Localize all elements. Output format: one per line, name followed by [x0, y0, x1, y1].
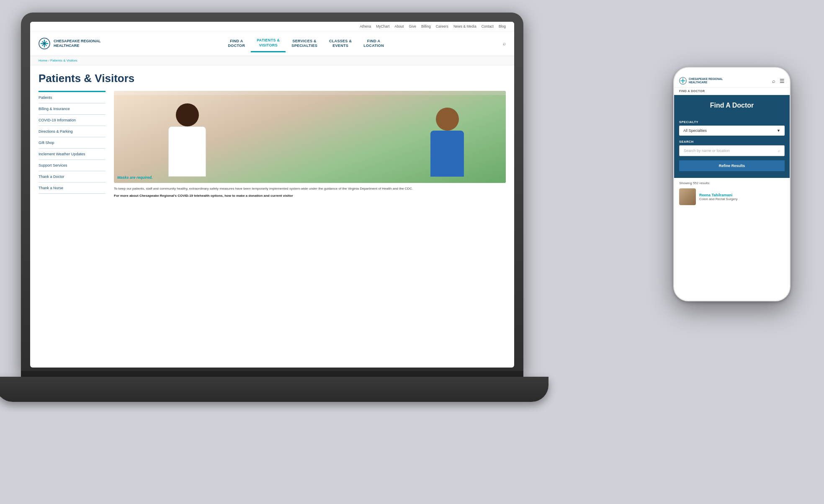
- website: Athena MyChart About Give Billing Career…: [30, 22, 514, 368]
- logo: CHESAPEAKE REGIONAL HEALTHCARE: [39, 38, 101, 49]
- sidebar-item-support[interactable]: Support Services: [39, 160, 106, 171]
- top-link-contact[interactable]: Contact: [482, 24, 494, 28]
- phone-results-count: Showing 552 results:: [679, 181, 785, 185]
- top-link-careers[interactable]: Careers: [436, 24, 448, 28]
- top-link-billing[interactable]: Billing: [421, 24, 431, 28]
- top-link-news-media[interactable]: News & Media: [453, 24, 476, 28]
- breadcrumb: Home / Patients & Visitors: [30, 56, 514, 65]
- top-link-athena[interactable]: Athena: [360, 24, 371, 28]
- sidebar-item-thank-doctor[interactable]: Thank a Doctor: [39, 171, 106, 183]
- phone-search-magnifier: ⌕: [778, 149, 780, 153]
- phone-specialty-label: SPECIALTY: [679, 120, 785, 124]
- phone-content: CHESAPEAKE REGIONAL HEALTHCARE ⌕ ☰ FIND …: [674, 68, 790, 301]
- top-link-blog[interactable]: Blog: [499, 24, 506, 28]
- mobile-phone: CHESAPEAKE REGIONAL HEALTHCARE ⌕ ☰ FIND …: [673, 67, 791, 301]
- phone-doctor-info: Reena Tahilramani Colon and Rectal Surge…: [699, 193, 738, 201]
- phone-search-label: SEARCH: [679, 140, 785, 144]
- phone-find-doctor-title: Find A Doctor: [674, 95, 790, 116]
- sidebar-item-thank-nurse[interactable]: Thank a Nurse: [39, 183, 106, 194]
- nav-patients-visitors[interactable]: PATIENTS &VISITORS: [251, 35, 286, 52]
- sidebar-item-directions[interactable]: Directions & Parking: [39, 126, 106, 137]
- hero-image: Masks are required.: [114, 91, 506, 183]
- top-link-about[interactable]: About: [394, 24, 404, 28]
- breadcrumb-current[interactable]: Patients & Visitors: [50, 59, 77, 62]
- nav-items: FIND ADOCTOR PATIENTS &VISITORS SERVICES…: [113, 35, 499, 52]
- scene: Athena MyChart About Give Billing Career…: [0, 0, 824, 504]
- sidebar-item-covid[interactable]: COVID-19 Information: [39, 115, 106, 126]
- breadcrumb-home[interactable]: Home: [39, 59, 47, 62]
- hero-scene: [114, 91, 506, 183]
- body-text-1: To keep our patients, staff and communit…: [114, 186, 506, 191]
- nav-find-location[interactable]: FIND ALOCATION: [358, 36, 390, 52]
- laptop-base: [0, 377, 548, 402]
- sidebar-item-weather[interactable]: Inclement Weather Updates: [39, 149, 106, 160]
- laptop: Athena MyChart About Give Billing Career…: [21, 13, 523, 473]
- nav-find-doctor[interactable]: FIND ADOCTOR: [222, 36, 251, 52]
- sidebar-item-billing[interactable]: Billing & Insurance: [39, 103, 106, 115]
- phone-doctor-name: Reena Tahilramani: [699, 193, 738, 197]
- phone-logo-icon: [679, 77, 687, 85]
- phone-doctor-specialty: Colon and Rectal Surgery: [699, 197, 738, 201]
- logo-icon: [39, 38, 50, 49]
- sidebar-item-patients[interactable]: Patients: [39, 91, 106, 103]
- main-area: Masks are required. To keep our patients…: [114, 91, 506, 198]
- main-navigation: CHESAPEAKE REGIONAL HEALTHCARE FIND ADOC…: [30, 31, 514, 56]
- phone-specialty-value: All Specialties: [683, 129, 707, 133]
- search-icon[interactable]: ⌕: [503, 41, 506, 46]
- phone-search-box[interactable]: Search by name or location ⌕: [679, 145, 785, 156]
- phone-find-doctor-form: SPECIALTY All Specialties ▼ SEARCH Searc…: [674, 116, 790, 178]
- phone-search-placeholder: Search by name or location: [684, 149, 730, 153]
- top-utility-bar: Athena MyChart About Give Billing Career…: [30, 22, 514, 31]
- content-layout: Patients Billing & Insurance COVID-19 In…: [39, 91, 506, 198]
- nav-services-specialties[interactable]: SERVICES &SPECIALTIES: [286, 36, 323, 52]
- phone-specialty-select[interactable]: All Specialties ▼: [679, 126, 785, 136]
- phone-menu-icon[interactable]: ☰: [780, 78, 785, 84]
- phone-results-area: Showing 552 results: Reena Tahilramani C…: [674, 178, 790, 301]
- top-link-give[interactable]: Give: [409, 24, 416, 28]
- phone-logo-text: CHESAPEAKE REGIONAL HEALTHCARE: [689, 77, 723, 84]
- sidebar-item-giftshop[interactable]: Gift Shop: [39, 137, 106, 149]
- masks-required-text: Masks are required.: [117, 175, 153, 180]
- body-text-2: For more about Chesapeake Regional's COV…: [114, 193, 506, 198]
- page-title: Patients & Visitors: [39, 72, 506, 85]
- page-content: Patients & Visitors Patients Billing & I…: [30, 65, 514, 368]
- phone-nav-icons: ⌕ ☰: [772, 78, 785, 84]
- laptop-screen: Athena MyChart About Give Billing Career…: [30, 22, 514, 368]
- nav-classes-events[interactable]: CLASSES &EVENTS: [323, 36, 358, 52]
- phone-notch: [715, 68, 749, 76]
- phone-specialty-chevron: ▼: [777, 129, 780, 133]
- phone-logo: CHESAPEAKE REGIONAL HEALTHCARE: [679, 77, 723, 85]
- top-link-mychart[interactable]: MyChart: [376, 24, 389, 28]
- logo-text: CHESAPEAKE REGIONAL HEALTHCARE: [54, 39, 101, 48]
- phone-refine-button[interactable]: Refine Results: [679, 160, 785, 171]
- phone-section-label: FIND A DOCTOR: [674, 87, 790, 95]
- phone-doctor-avatar: [679, 188, 696, 205]
- body-text-2-strong: For more about Chesapeake Regional's COV…: [114, 194, 293, 198]
- phone-doctor-card[interactable]: Reena Tahilramani Colon and Rectal Surge…: [679, 188, 785, 205]
- phone-search-icon[interactable]: ⌕: [772, 78, 775, 84]
- sidebar-menu: Patients Billing & Insurance COVID-19 In…: [39, 91, 106, 198]
- laptop-body: Athena MyChart About Give Billing Career…: [21, 13, 523, 377]
